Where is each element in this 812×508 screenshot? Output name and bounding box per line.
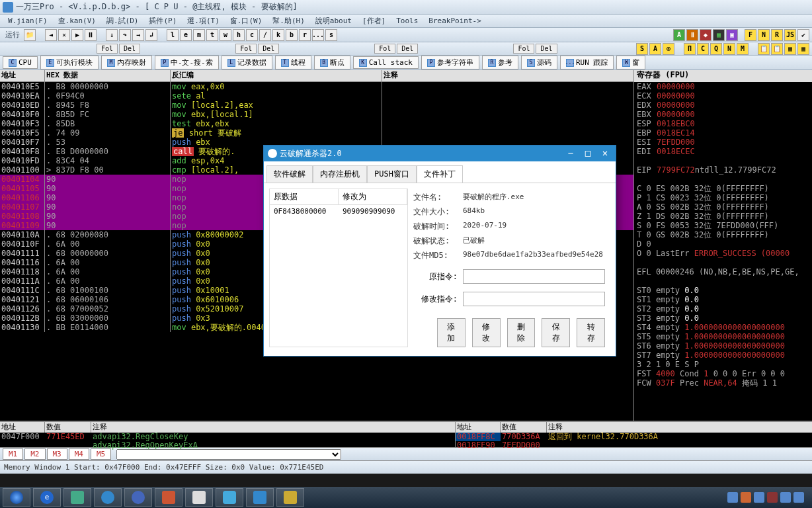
menu-window[interactable]: 窗.口(W) bbox=[225, 16, 268, 26]
menu-breakpoint[interactable]: BreakPoint-> bbox=[423, 17, 486, 25]
t-t[interactable]: t bbox=[206, 29, 218, 41]
pi-p[interactable]: Π bbox=[684, 43, 696, 55]
sa-a[interactable]: A bbox=[649, 43, 661, 55]
tray-icon[interactable] bbox=[793, 492, 804, 503]
dlg-tab-push[interactable]: PUSH窗口 bbox=[367, 165, 417, 183]
tab-modules[interactable]: E可执行模块 bbox=[40, 56, 99, 69]
app5-button[interactable] bbox=[185, 488, 213, 507]
fol-btn-1[interactable]: Fol bbox=[97, 44, 118, 54]
app6-button[interactable] bbox=[216, 488, 243, 507]
t-slash[interactable]: / bbox=[259, 29, 271, 41]
step-over-button[interactable]: ↷ bbox=[119, 29, 131, 41]
app1-button[interactable] bbox=[63, 488, 91, 507]
sa-o[interactable]: ⊙ bbox=[663, 43, 674, 55]
save-button[interactable]: 保存 bbox=[542, 318, 570, 347]
dlg-tab-crack[interactable]: 软件破解 bbox=[266, 165, 313, 183]
extra-1[interactable]: 📋 bbox=[758, 43, 770, 55]
dialog-titlebar[interactable]: 云破解通杀器2.0 − □ ✕ bbox=[264, 146, 616, 161]
tab-source[interactable]: S源码 bbox=[521, 56, 557, 69]
tab-memory[interactable]: M内存映射 bbox=[101, 56, 152, 69]
tab-runtrace[interactable]: ...RUN 跟踪 bbox=[560, 56, 614, 69]
menu-debug[interactable]: 調.試(D) bbox=[101, 16, 144, 26]
menu-help[interactable]: 幫.助(H) bbox=[267, 16, 310, 26]
del-btn-4[interactable]: Del bbox=[536, 44, 557, 54]
del-btn-3[interactable]: Del bbox=[397, 44, 418, 54]
minimize-button[interactable]: − bbox=[564, 148, 577, 159]
t-r2[interactable]: R bbox=[771, 29, 783, 41]
start-button[interactable] bbox=[3, 488, 30, 507]
app8-button[interactable] bbox=[276, 488, 304, 507]
tab-refs[interactable]: R参考 bbox=[482, 56, 518, 69]
tab-cpu[interactable]: CCPU bbox=[3, 56, 38, 69]
t-m[interactable]: m bbox=[193, 29, 205, 41]
t-s[interactable]: s bbox=[325, 29, 337, 41]
dump-button[interactable]: 转存 bbox=[577, 318, 605, 347]
t-js[interactable]: JS bbox=[784, 29, 796, 41]
disasm-row[interactable]: 004010F0. 8B5D FCmov ebx,[local.1] bbox=[0, 110, 633, 119]
t-e[interactable]: e bbox=[180, 29, 192, 41]
menu-options[interactable]: 選.項(T) bbox=[182, 16, 225, 26]
play-button[interactable]: ▶ bbox=[71, 29, 83, 41]
patch-list[interactable]: 原数据 修改为 0F8438000000 909090909090 bbox=[269, 189, 408, 347]
menu-plugin[interactable]: 插件(P) bbox=[143, 16, 182, 26]
tab-window[interactable]: W窗 bbox=[616, 56, 645, 69]
t-r[interactable]: r bbox=[299, 29, 311, 41]
disasm-row[interactable]: 004010E5. B8 00000000mov eax,0x0 bbox=[0, 82, 633, 91]
tray-icon[interactable] bbox=[741, 492, 751, 503]
extra-3[interactable]: ▦ bbox=[784, 43, 796, 55]
t-b[interactable]: b bbox=[286, 29, 298, 41]
extra-4[interactable]: ▦ bbox=[797, 43, 809, 55]
menu-tools[interactable]: Tools bbox=[391, 17, 423, 25]
marker-e[interactable]: ▣ bbox=[726, 29, 738, 41]
t-k[interactable]: k bbox=[272, 29, 284, 41]
marker-b[interactable]: Ⅱ bbox=[686, 29, 698, 41]
pause-button[interactable]: ⏸ bbox=[85, 29, 97, 41]
patch-row[interactable]: 0F8438000000 909090909090 bbox=[270, 205, 407, 218]
t-h[interactable]: h bbox=[233, 29, 245, 41]
mem-tab-1[interactable]: M1 bbox=[3, 448, 23, 460]
sa-s[interactable]: S bbox=[636, 43, 648, 55]
tray-icon[interactable] bbox=[767, 492, 778, 503]
tab-threads[interactable]: T线程 bbox=[275, 56, 311, 69]
step-into-button[interactable]: ↓ bbox=[106, 29, 118, 41]
add-button[interactable]: 添加 bbox=[437, 318, 466, 347]
tab-strings[interactable]: P参考字符串 bbox=[421, 56, 479, 69]
step-to-button[interactable]: → bbox=[132, 29, 144, 41]
dlg-tab-patch[interactable]: 文件补丁 bbox=[417, 165, 463, 183]
app7-button[interactable] bbox=[246, 488, 274, 507]
t-dots[interactable]: ... bbox=[312, 29, 324, 41]
del-btn-1[interactable]: Del bbox=[119, 44, 140, 54]
tray-icon[interactable] bbox=[754, 492, 764, 503]
maximize-button[interactable]: □ bbox=[581, 148, 594, 159]
tab-log[interactable]: L记录数据 bbox=[222, 56, 272, 69]
pi-c[interactable]: C bbox=[697, 43, 709, 55]
fol-btn-2[interactable]: Fol bbox=[235, 44, 257, 54]
extra-2[interactable]: 📋 bbox=[771, 43, 783, 55]
t-f[interactable]: F bbox=[745, 29, 756, 41]
mod-instr-input[interactable] bbox=[463, 292, 605, 306]
marker-c[interactable]: ◆ bbox=[700, 29, 711, 41]
menu-view[interactable]: 查.kan(V) bbox=[53, 16, 101, 26]
tab-callstack[interactable]: KCall stack bbox=[353, 56, 419, 69]
mem-tab-3[interactable]: M3 bbox=[47, 448, 67, 460]
close-button[interactable]: ✕ bbox=[598, 148, 612, 159]
mem-tab-5[interactable]: M5 bbox=[91, 448, 111, 460]
t-chk[interactable]: ✔ bbox=[797, 29, 809, 41]
restart-button[interactable]: ◄ bbox=[45, 29, 57, 41]
close-button[interactable]: ✕ bbox=[58, 29, 70, 41]
tray-icon[interactable] bbox=[780, 492, 791, 503]
mem-tab-4[interactable]: M4 bbox=[69, 448, 89, 460]
pi-n[interactable]: N bbox=[723, 43, 735, 55]
disasm-row[interactable]: 004010EA. 0F94C0sete al bbox=[0, 91, 633, 101]
menu-about[interactable]: 說明about bbox=[310, 16, 357, 26]
tray-icon[interactable] bbox=[727, 492, 738, 503]
app4-button[interactable] bbox=[155, 488, 183, 507]
app2-button[interactable] bbox=[94, 488, 122, 507]
mem-tab-2[interactable]: M2 bbox=[24, 448, 45, 460]
t-c[interactable]: c bbox=[246, 29, 258, 41]
step-out-button[interactable]: ↲ bbox=[145, 29, 157, 41]
modify-button[interactable]: 修改 bbox=[472, 318, 501, 347]
fol-btn-3[interactable]: Fol bbox=[374, 44, 395, 54]
del-btn-2[interactable]: Del bbox=[258, 44, 279, 54]
pi-m[interactable]: M bbox=[737, 43, 749, 55]
